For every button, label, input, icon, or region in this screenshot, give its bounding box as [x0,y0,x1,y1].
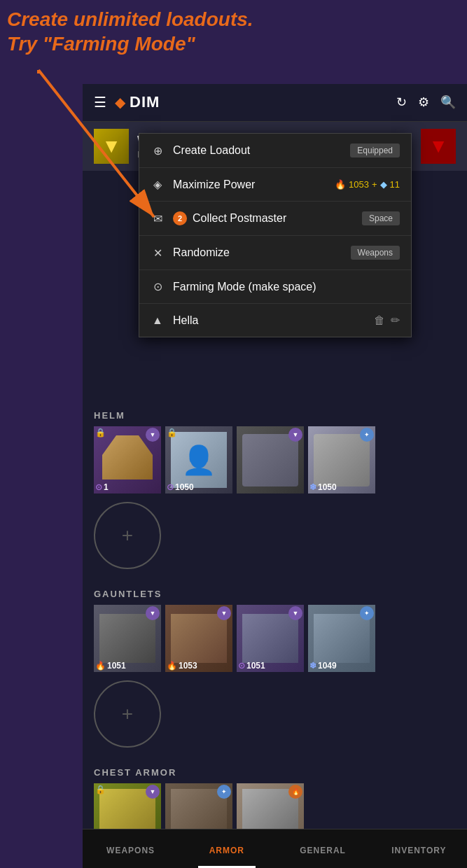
power-arc-value: 11 [390,179,400,190]
menu-item-create-loadout[interactable]: ⊕ Create Loadout Equipped [139,134,411,168]
dim-diamond-icon: ◆ [115,94,125,111]
trash-icon[interactable]: 🗑 [374,314,385,327]
create-loadout-icon: ⊕ [151,144,165,158]
void-icon-3: ⊙ [238,661,245,671]
header-right: ↻ ⚙ 🔍 [396,94,456,110]
hella-icon: ▲ [151,314,165,327]
gauntlet-item-2[interactable]: ▼ 🔥 1053 [165,605,232,672]
menu-item-collect-postmaster[interactable]: ✉ 2 Collect Postmaster Space [139,202,411,236]
gauntlet-item-4[interactable]: ✦ ❄ 1049 [308,605,375,672]
maximize-power-label: Maximize Power [173,178,335,191]
gaunt-subclass-4: ✦ [360,606,374,620]
subclass-icon-3: ▼ [288,428,302,442]
subclass-icon-1: ▼ [146,428,160,442]
face-art: 👤 [171,432,227,488]
gauntlets-items-grid: ▼ 🔥 1051 ▼ 🔥 1053 [94,605,456,672]
refresh-icon[interactable]: ↻ [396,94,407,110]
menu-icon[interactable]: ☰ [94,94,106,111]
annotation-line1: Create unlimited loadouts. [7,8,253,30]
dim-logo: ◆ DIM [115,93,160,111]
chest-subclass-1: ▼ [146,785,160,799]
helm-item-face[interactable]: 👤 ⊙ 1050 🔒 [165,426,232,493]
gauntlet-3-power: ⊙ 1051 [238,661,265,671]
collect-postmaster-icon: ✉ [151,212,165,225]
helm-art-1 [99,435,155,484]
menu-item-hella[interactable]: ▲ Hella 🗑 ✏ [139,304,411,337]
header-left: ☰ ◆ DIM [94,93,160,111]
lock-icon-face: 🔒 [167,428,177,438]
character-emblem: ▼ [94,129,129,164]
helm-item-4-power: ❄ 1050 [309,482,337,492]
power-arc-icon: ◆ [380,179,387,190]
bottom-nav: WEAPONS ARMOR GENERAL INVENTORY [83,829,467,868]
gaunt-subclass-2: ▼ [217,606,231,620]
void-icon: ⊙ [95,482,102,492]
farming-mode-icon: ⊙ [151,280,165,293]
tab-weapons[interactable]: WEAPONS [83,830,179,868]
farming-mode-label: Farming Mode (make space) [173,281,400,293]
void-icon-face: ⊙ [167,482,174,492]
helm-item-1-power: ⊙ 1 [95,482,109,492]
gauntlets-section-label: GAUNTLETS [94,580,456,605]
annotation-area: Create unlimited loadouts. Try "Farming … [0,0,467,84]
space-tag: Space [362,211,400,225]
solar-icon-2: 🔥 [167,661,177,671]
tab-armor[interactable]: ARMOR [179,830,274,868]
gauntlet-1-power: 🔥 1051 [95,661,126,671]
helm-item-1[interactable]: 🔒 ▼ ⊙ 1 [94,426,161,493]
solar-icon-1: 🔥 [95,661,106,671]
gaunt-art-1 [99,614,155,663]
content-area: HELM 🔒 ▼ ⊙ 1 [83,402,467,868]
helm-section-label: HELM [94,402,456,426]
randomize-icon: ✕ [151,246,165,260]
helm-art-4 [314,434,370,486]
vault-icon[interactable]: ▼ [421,129,456,164]
power-stats: 🔥 1053 + ◆ 11 [335,179,400,190]
add-helm-button[interactable]: + [94,502,161,569]
gaunt-art-3 [242,614,298,663]
tab-inventory[interactable]: INVENTORY [371,830,467,868]
collect-postmaster-label: Collect Postmaster [193,212,362,225]
randomize-label: Randomize [173,246,351,259]
power-solar-icon: 🔥 [335,179,346,190]
search-icon[interactable]: 🔍 [440,94,456,110]
postmaster-badge: 2 [173,211,187,225]
weapons-tag: Weapons [351,246,400,260]
chest-subclass-3: 🔥 [288,785,302,799]
gauntlet-4-power: ❄ 1049 [309,661,337,671]
settings-icon[interactable]: ⚙ [418,94,429,110]
gaunt-subclass-1: ▼ [146,606,160,620]
helm-items-grid: 🔒 ▼ ⊙ 1 👤 ⊙ 1050 [94,426,456,493]
edit-icon[interactable]: ✏ [391,314,400,327]
menu-item-farming-mode[interactable]: ⊙ Farming Mode (make space) [139,270,411,304]
tab-general[interactable]: GENERAL [275,830,371,868]
gauntlet-2-power: 🔥 1053 [167,661,197,671]
helm-art-3 [242,434,298,486]
helm-face-power: ⊙ 1050 [167,482,194,492]
add-gauntlets-button[interactable]: + [94,680,161,748]
power-solar-value: 1053 [349,179,369,190]
app-header: ☰ ◆ DIM ↻ ⚙ 🔍 [83,83,467,122]
gaunt-subclass-3: ▼ [288,606,302,620]
chest-section-label: CHEST ARMOR [94,759,456,783]
helm-item-4[interactable]: ✦ ❄ 1050 [308,426,375,493]
annotation-line2: Try "Farming Mode" [7,33,195,55]
equipped-tag: Equipped [350,144,400,158]
gaunt-art-4 [314,614,370,663]
annotation-text: Create unlimited loadouts. Try "Farming … [7,7,253,56]
app-container: ☰ ◆ DIM ↻ ⚙ 🔍 ▼ Warlock Exo Male ◆ 1061 … [83,83,467,868]
vault-chevron-icon: ▼ [428,135,448,158]
gauntlet-item-1[interactable]: ▼ 🔥 1051 [94,605,161,672]
gaunt-art-2 [171,614,227,663]
dropdown-menu: ⊕ Create Loadout Equipped ◈ Maximize Pow… [139,133,412,337]
create-loadout-label: Create Loadout [173,144,350,157]
menu-item-maximize-power[interactable]: ◈ Maximize Power 🔥 1053 + ◆ 11 [139,168,411,202]
menu-item-randomize[interactable]: ✕ Randomize Weapons [139,236,411,270]
subclass-icon-4: ✦ [360,428,374,442]
helm-item-3[interactable]: ▼ [237,426,304,493]
chest-subclass-2: ✦ [217,785,231,799]
gauntlet-item-3[interactable]: ▼ ⊙ 1051 [237,605,304,672]
lock-icon-1: 🔒 [95,428,106,438]
chest-lock-icon: 🔒 [95,785,106,794]
dim-text-label: DIM [130,93,160,111]
